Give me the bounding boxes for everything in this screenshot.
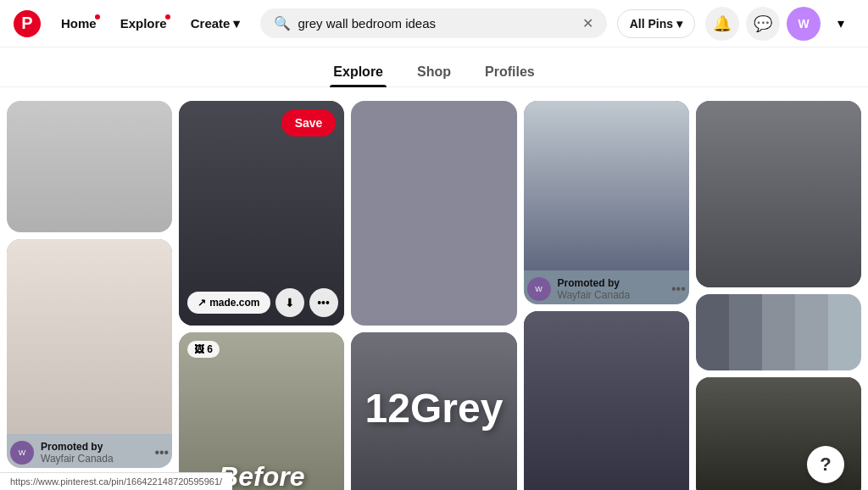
promoted-label-2: Promoted by: [558, 277, 631, 289]
image-count: 6: [207, 343, 213, 355]
image-count-badge: 🖼 6: [187, 341, 220, 358]
promoter-name: Wayfair Canada: [41, 453, 114, 465]
pin-card-grey-room[interactable]: [696, 101, 861, 287]
chevron-down-icon: ▾: [676, 17, 682, 31]
avatar: W: [10, 441, 34, 465]
url-text: https://www.pinterest.ca/pin/16642214872…: [10, 476, 222, 487]
chevron-down-icon: ▾: [233, 16, 240, 31]
pinterest-logo[interactable]: P: [14, 10, 41, 37]
search-tabs: Explore Shop Profiles: [0, 47, 868, 87]
download-button[interactable]: ⬇: [275, 288, 304, 317]
image-count-icon: 🖼: [194, 343, 204, 355]
pin-card-promoted-1[interactable]: W Promoted by Wayfair Canada •••: [7, 239, 172, 468]
header-icons: 🔔 💬 W ▾: [705, 7, 854, 41]
pin-card-light-1[interactable]: [351, 101, 516, 326]
nav-home[interactable]: Home: [51, 11, 107, 36]
explore-notification-dot: [165, 14, 170, 19]
pin-card-promoted-2[interactable]: W Promoted by Wayfair Canada •••: [524, 101, 689, 304]
avatar-2: W: [527, 277, 551, 301]
messages-button[interactable]: 💬: [746, 7, 780, 41]
more-options-button-2[interactable]: •••: [671, 281, 686, 297]
pin-meta-2: W Promoted by Wayfair Canada •••: [524, 270, 689, 304]
url-bar: https://www.pinterest.ca/pin/16642214872…: [0, 472, 232, 490]
account-chevron-button[interactable]: ▾: [827, 10, 854, 37]
pin-card-dark-2[interactable]: [524, 311, 689, 490]
pin-meta: W Promoted by Wayfair Canada •••: [7, 434, 172, 468]
all-pins-dropdown[interactable]: All Pins ▾: [617, 9, 695, 38]
notifications-button[interactable]: 🔔: [705, 7, 739, 41]
nav-explore[interactable]: Explore: [110, 11, 177, 36]
pin-card-before[interactable]: 🖼 6 Before: [179, 332, 344, 490]
decorative-text: 12Grey: [351, 385, 516, 432]
promoted-label: Promoted by: [41, 441, 114, 453]
pin-card-question[interactable]: ?: [696, 377, 861, 490]
header: P Home Explore Create ▾ 🔍 ✕ All Pins ▾ 🔔…: [0, 0, 868, 47]
nav-create[interactable]: Create ▾: [181, 11, 251, 36]
promoter-name-2: Wayfair Canada: [558, 289, 631, 301]
more-button[interactable]: •••: [309, 288, 338, 317]
search-bar: 🔍 ✕: [260, 8, 606, 38]
nav-links: Home Explore Create ▾: [51, 11, 250, 36]
question-mark-badge: ?: [807, 446, 844, 483]
pin-bottom-bar: ↗ made.com ⬇ •••: [187, 288, 336, 317]
home-notification-dot: [95, 14, 100, 19]
avatar-button[interactable]: W: [787, 7, 821, 41]
pin-source-link[interactable]: ↗ made.com: [187, 292, 270, 314]
pin-card-swatches[interactable]: [696, 294, 861, 370]
pin-action-buttons: ⬇ •••: [275, 288, 338, 317]
external-link-icon: ↗: [198, 297, 206, 309]
save-button[interactable]: Save: [281, 109, 337, 136]
source-domain: made.com: [209, 297, 259, 309]
tab-shop[interactable]: Shop: [414, 58, 454, 86]
pin-card-dark-1[interactable]: Save ↗ made.com ⬇ •••: [179, 101, 344, 326]
pins-grid: W Promoted by Wayfair Canada ••• Save ↗ …: [0, 87, 868, 490]
tab-explore[interactable]: Explore: [330, 58, 387, 86]
search-icon: 🔍: [274, 15, 291, 31]
tab-profiles[interactable]: Profiles: [481, 58, 538, 86]
more-options-button[interactable]: •••: [154, 445, 169, 460]
pin-card[interactable]: [7, 101, 172, 232]
search-input[interactable]: [298, 16, 575, 31]
pin-card-grey-text[interactable]: 12Grey: [351, 332, 516, 490]
clear-search-button[interactable]: ✕: [582, 15, 593, 31]
